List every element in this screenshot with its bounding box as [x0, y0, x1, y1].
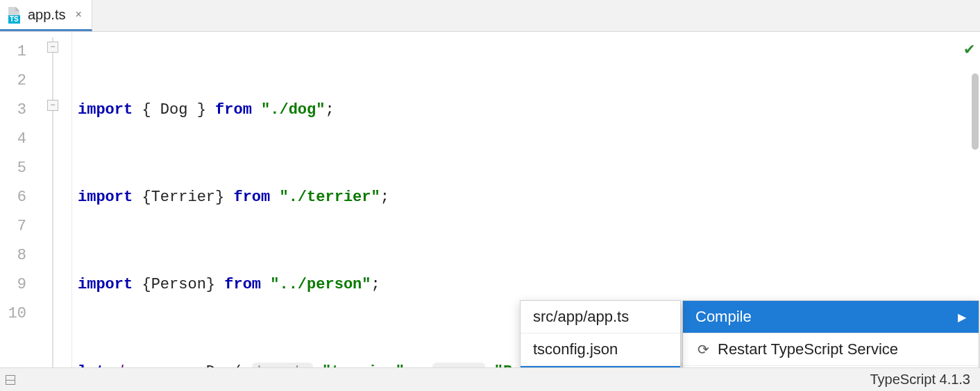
editor-tab-appts[interactable]: TS app.ts ×	[0, 0, 92, 31]
checkmark-icon: ✔	[965, 39, 974, 59]
menu-item-compile-all[interactable]: Compile All	[521, 366, 680, 367]
menu-item-label: tsconfig.json	[533, 340, 618, 358]
tab-bar: TS app.ts ×	[0, 0, 980, 32]
typescript-file-icon: TS	[7, 7, 22, 22]
tab-filename: app.ts	[28, 7, 65, 23]
line-number: 8	[0, 241, 36, 270]
submenu-arrow-icon: ▶	[958, 311, 966, 324]
line-number: 6	[0, 183, 36, 212]
line-number: 3	[0, 96, 36, 125]
menu-item-restart-ts[interactable]: ⟳ Restart TypeScript Service	[683, 333, 979, 366]
menu-item-label: Compile	[695, 308, 752, 326]
restart-icon: ⟳	[695, 342, 711, 357]
scrollbar-thumb[interactable]	[972, 73, 979, 150]
menu-item-configure-ts[interactable]: 🔧 Configure TypeScript…	[683, 366, 979, 367]
keyword: import	[78, 101, 133, 119]
split-view-icon[interactable]	[6, 375, 15, 385]
menu-item-compile[interactable]: Compile ▶	[683, 301, 979, 333]
compile-submenu: src/app/app.ts tsconfig.json Compile All	[520, 300, 681, 367]
code-editor[interactable]: 1 2 3 4 5 6 7 8 9 10 − − import { Dog } …	[0, 32, 980, 367]
line-number: 10	[0, 299, 36, 329]
fold-toggle-icon[interactable]: −	[47, 42, 58, 53]
fold-gutter: − −	[36, 32, 72, 367]
param-hint: breed:	[252, 363, 313, 367]
line-number: 9	[0, 270, 36, 299]
typescript-version-widget[interactable]: TypeScript 4.1.3	[870, 372, 980, 388]
menu-item-label: Restart TypeScript Service	[718, 340, 898, 358]
line-number: 2	[0, 67, 36, 96]
line-number-gutter: 1 2 3 4 5 6 7 8 9 10	[0, 32, 36, 367]
menu-item-compile-tsconfig[interactable]: tsconfig.json	[521, 333, 680, 366]
line-number: 7	[0, 212, 36, 241]
line-number: 5	[0, 154, 36, 183]
typescript-context-menu: Compile ▶ ⟳ Restart TypeScript Service 🔧…	[682, 300, 979, 367]
line-number: 1	[0, 37, 36, 67]
menu-item-compile-file[interactable]: src/app/app.ts	[521, 301, 680, 333]
menu-item-label: src/app/app.ts	[533, 308, 629, 326]
line-number: 4	[0, 125, 36, 154]
param-hint: name:	[432, 363, 485, 367]
fold-toggle-icon[interactable]: −	[47, 100, 58, 111]
close-icon[interactable]: ×	[75, 8, 81, 21]
status-bar: TypeScript 4.1.3	[0, 367, 980, 391]
